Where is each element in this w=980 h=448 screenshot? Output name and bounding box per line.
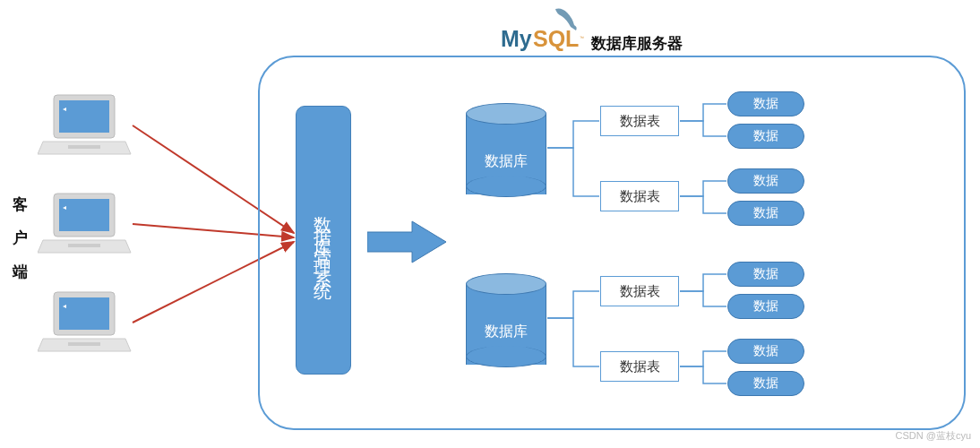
connector-lines [0, 0, 980, 448]
database-label: 数据库 [466, 323, 546, 341]
watermark-text: CSDN @蓝枝cyu [895, 429, 971, 443]
database-label: 数据库 [466, 152, 546, 171]
